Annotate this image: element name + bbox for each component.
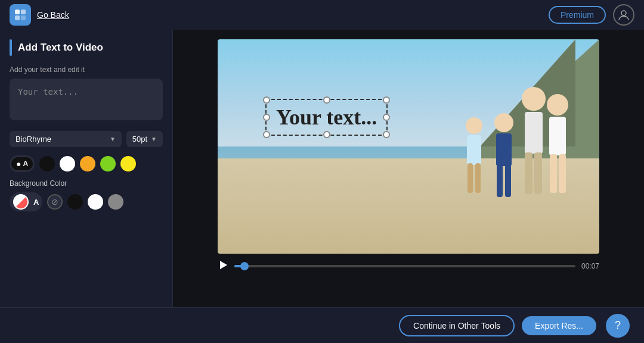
bg-toggle[interactable]: A bbox=[10, 192, 42, 211]
font-select-arrow: ▼ bbox=[110, 136, 116, 142]
bg-strikethrough[interactable]: ⊘ bbox=[47, 194, 63, 210]
color-green[interactable] bbox=[100, 156, 116, 172]
svg-rect-2 bbox=[15, 15, 20, 20]
sidebar-accent bbox=[10, 39, 12, 56]
svg-point-17 bbox=[547, 94, 568, 116]
timeline-thumb[interactable] bbox=[240, 262, 249, 270]
help-icon: ? bbox=[615, 319, 621, 332]
size-select-wrapper[interactable]: 50pt ▼ bbox=[126, 131, 163, 147]
font-name-label: BioRhyme bbox=[16, 135, 106, 144]
timeline-row: 00:07 bbox=[218, 254, 599, 279]
font-size-row: BioRhyme ▼ 50pt ▼ bbox=[10, 131, 163, 147]
handle-bl[interactable] bbox=[263, 131, 270, 138]
bg-color-black[interactable] bbox=[67, 194, 83, 210]
video-bg: Your text... bbox=[218, 39, 599, 254]
go-back-button[interactable]: Go Back bbox=[37, 10, 69, 20]
avatar[interactable] bbox=[613, 4, 634, 26]
header: Go Back Premium bbox=[0, 0, 644, 30]
svg-rect-16 bbox=[475, 163, 481, 193]
text-color-row: ● A bbox=[10, 155, 163, 172]
svg-rect-19 bbox=[550, 154, 557, 193]
text-overlay[interactable]: Your text... bbox=[265, 99, 388, 136]
svg-rect-6 bbox=[525, 112, 543, 154]
svg-rect-12 bbox=[505, 164, 511, 197]
bottom-bar: Continue in Other Tools Export Res... ? bbox=[0, 307, 644, 343]
video-wrapper: Your text... bbox=[218, 39, 599, 254]
font-select-wrapper[interactable]: BioRhyme ▼ bbox=[10, 131, 122, 147]
svg-rect-10 bbox=[496, 133, 512, 166]
time-total: 00:07 bbox=[581, 262, 599, 270]
continue-button[interactable]: Continue in Other Tools bbox=[399, 315, 515, 336]
color-black[interactable] bbox=[39, 156, 55, 172]
color-white[interactable] bbox=[60, 156, 75, 172]
app-logo bbox=[10, 4, 31, 26]
size-select-arrow: ▼ bbox=[151, 136, 157, 142]
header-left: Go Back bbox=[10, 4, 69, 26]
overlay-text: Your text... bbox=[276, 105, 377, 130]
bg-section-label: Background Color bbox=[10, 179, 163, 188]
handle-tl[interactable] bbox=[263, 96, 270, 104]
bg-none-icon[interactable] bbox=[13, 194, 29, 210]
svg-rect-18 bbox=[549, 117, 566, 155]
svg-point-9 bbox=[494, 113, 513, 132]
bg-a-label: A bbox=[33, 198, 39, 207]
handle-mr[interactable] bbox=[383, 114, 390, 121]
svg-rect-14 bbox=[467, 135, 481, 165]
svg-rect-1 bbox=[21, 10, 26, 14]
handle-tr[interactable] bbox=[383, 96, 390, 104]
color-orange[interactable] bbox=[80, 156, 95, 172]
sidebar-title-bar: Add Text to Video bbox=[10, 39, 163, 56]
premium-button[interactable]: Premium bbox=[549, 6, 606, 24]
people-svg bbox=[408, 63, 575, 230]
handle-br[interactable] bbox=[383, 131, 390, 138]
video-area: Your text... 00:07 bbox=[173, 30, 644, 307]
main-content: Add Text to Video Add your text and edit… bbox=[0, 30, 644, 307]
svg-rect-20 bbox=[559, 154, 566, 193]
svg-rect-0 bbox=[15, 10, 20, 14]
text-toggle[interactable]: ● A bbox=[10, 155, 35, 172]
bg-color-white[interactable] bbox=[88, 194, 103, 210]
header-right: Premium bbox=[549, 4, 634, 26]
handle-ml[interactable] bbox=[263, 114, 270, 121]
play-button[interactable] bbox=[218, 260, 228, 273]
timeline-bar[interactable] bbox=[234, 265, 575, 267]
svg-marker-21 bbox=[220, 261, 227, 269]
toggle-circle: ● bbox=[16, 159, 21, 169]
sidebar-title: Add Text to Video bbox=[18, 42, 103, 54]
handle-tm[interactable] bbox=[323, 96, 330, 104]
toggle-dark: ● A bbox=[11, 157, 33, 170]
export-button[interactable]: Export Res... bbox=[522, 316, 596, 335]
bg-color-gray[interactable] bbox=[108, 194, 123, 210]
svg-rect-3 bbox=[21, 15, 26, 20]
font-size-label: 50pt bbox=[132, 135, 147, 144]
help-button[interactable]: ? bbox=[606, 314, 630, 338]
svg-rect-15 bbox=[467, 163, 473, 193]
toggle-a-label: A bbox=[23, 160, 28, 168]
section-label: Add your text and edit it bbox=[10, 66, 163, 74]
svg-point-4 bbox=[621, 11, 626, 15]
svg-point-13 bbox=[466, 117, 482, 134]
bg-color-row: A ⊘ bbox=[10, 192, 163, 211]
svg-rect-7 bbox=[525, 152, 532, 194]
handle-bm[interactable] bbox=[323, 131, 330, 138]
text-input[interactable] bbox=[10, 79, 163, 120]
sidebar: Add Text to Video Add your text and edit… bbox=[0, 30, 173, 307]
svg-rect-11 bbox=[497, 164, 503, 197]
svg-rect-8 bbox=[534, 152, 542, 194]
svg-point-5 bbox=[522, 87, 546, 111]
color-yellow[interactable] bbox=[120, 156, 136, 172]
